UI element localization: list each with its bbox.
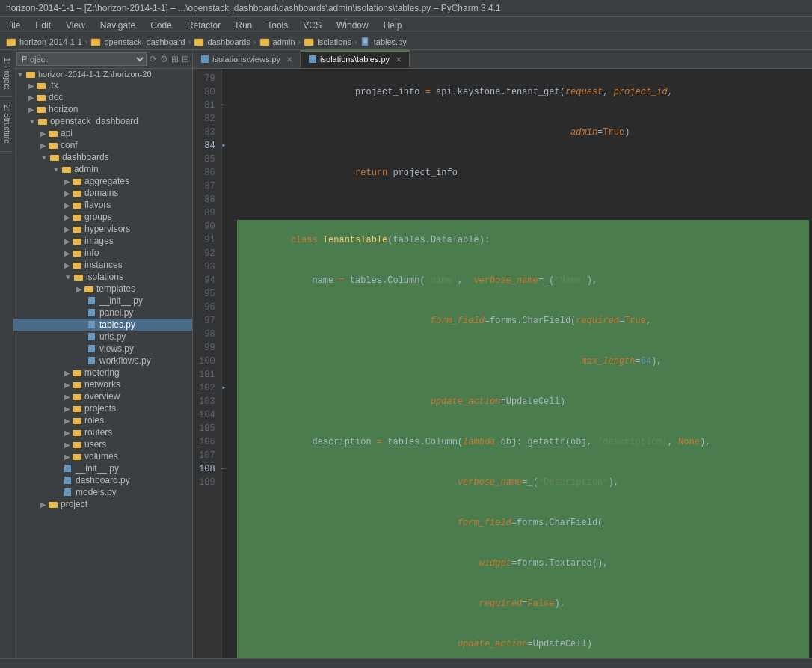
tree-conf[interactable]: ▶ conf bbox=[13, 139, 192, 151]
tree-users[interactable]: ▶ users bbox=[13, 438, 192, 450]
menu-help[interactable]: Help bbox=[381, 19, 405, 32]
tree-dashboards[interactable]: ▼ dashboards bbox=[13, 151, 192, 163]
svg-rect-33 bbox=[88, 345, 95, 352]
collapse-icon[interactable]: ⊟ bbox=[182, 54, 189, 64]
tree-tables-py[interactable]: tables.py bbox=[13, 319, 192, 331]
tab-views[interactable]: isolations\views.py ✕ bbox=[193, 50, 301, 68]
tree-templates[interactable]: ▶ templates bbox=[13, 283, 192, 295]
tree-groups[interactable]: ▶ groups bbox=[13, 211, 192, 223]
tree-roles[interactable]: ▶ roles bbox=[13, 414, 192, 426]
tx-arrow: ▶ bbox=[28, 82, 34, 90]
overview-folder-icon bbox=[72, 392, 82, 401]
tree-init-py[interactable]: __init__.py bbox=[13, 295, 192, 307]
tree-networks[interactable]: ▶ networks bbox=[13, 379, 192, 390]
ln-95: 95 bbox=[193, 287, 221, 301]
menu-tools[interactable]: Tools bbox=[264, 19, 291, 32]
breadcrumb-openstack[interactable]: openstack_dashboard bbox=[104, 37, 185, 46]
tree-projects[interactable]: ▶ projects bbox=[13, 402, 192, 414]
menu-navigate[interactable]: Navigate bbox=[97, 19, 138, 32]
roles-label: roles bbox=[84, 415, 104, 426]
networks-folder-icon bbox=[72, 380, 82, 389]
gutter: ← ▸ ▸ bbox=[222, 69, 234, 658]
tab-tables[interactable]: isolations\tables.py ✕ bbox=[301, 50, 410, 68]
tree-hypervisors[interactable]: ▶ hypervisors bbox=[13, 223, 192, 235]
ln-91: 91 bbox=[193, 233, 221, 247]
tree-instances[interactable]: ▶ instances bbox=[13, 259, 192, 271]
tree-images[interactable]: ▶ images bbox=[13, 235, 192, 247]
ln-90: 90 bbox=[193, 220, 221, 233]
breadcrumb-root[interactable]: horizon-2014-1-1 bbox=[19, 37, 82, 46]
svg-rect-12 bbox=[37, 95, 46, 101]
tab-tables-close[interactable]: ✕ bbox=[396, 55, 402, 64]
code-container[interactable]: 79 80 81 82 83 84 85 86 87 88 89 90 91 9… bbox=[193, 69, 812, 658]
volumes-label: volumes bbox=[84, 451, 118, 462]
code-line-80: admin=True) bbox=[237, 112, 809, 153]
tree-root[interactable]: ▼ horizon-2014-1-1 Z:\horizon-20 bbox=[13, 69, 192, 79]
project-selector[interactable]: Project bbox=[16, 52, 147, 66]
tree-flavors[interactable]: ▶ flavors bbox=[13, 199, 192, 211]
networks-label: networks bbox=[84, 379, 120, 390]
svg-rect-41 bbox=[73, 442, 81, 448]
tree-openstack[interactable]: ▼ openstack_dashboard bbox=[13, 115, 192, 127]
api-folder-icon bbox=[48, 129, 58, 138]
svg-rect-30 bbox=[88, 309, 95, 316]
doc-folder-icon bbox=[36, 93, 46, 102]
openstack-label: openstack_dashboard bbox=[50, 116, 138, 126]
svg-rect-40 bbox=[73, 430, 81, 436]
tree-dashboard-py[interactable]: dashboard.py bbox=[13, 474, 192, 486]
tree-panel-py[interactable]: panel.py bbox=[13, 307, 192, 319]
tree-domains[interactable]: ▶ domains bbox=[13, 187, 192, 199]
menu-vcs[interactable]: VCS bbox=[300, 19, 325, 32]
tree-doc[interactable]: ▶ doc bbox=[13, 91, 192, 103]
panel-tab-2[interactable]: 2: Structure bbox=[0, 97, 13, 152]
gear-icon[interactable]: ⚙ bbox=[160, 54, 168, 64]
menu-view[interactable]: View bbox=[63, 19, 88, 32]
ln-84: 84 bbox=[193, 139, 221, 153]
tab-views-close[interactable]: ✕ bbox=[286, 55, 292, 64]
breadcrumb-isolations[interactable]: isolations bbox=[317, 37, 351, 46]
tree-metering[interactable]: ▶ metering bbox=[13, 367, 192, 379]
tree-info[interactable]: ▶ info bbox=[13, 247, 192, 259]
breadcrumb-file[interactable]: tables.py bbox=[374, 37, 407, 46]
breadcrumb-dashboards[interactable]: dashboards bbox=[207, 37, 250, 46]
menu-edit[interactable]: Edit bbox=[32, 19, 54, 32]
code-line-94: update_action=UpdateCell) bbox=[237, 624, 809, 658]
doc-arrow: ▶ bbox=[28, 94, 34, 102]
menu-file[interactable]: File bbox=[3, 19, 23, 32]
sync-icon[interactable]: ⟳ bbox=[150, 54, 157, 64]
menu-code[interactable]: Code bbox=[147, 19, 175, 32]
ln-106: 106 bbox=[193, 435, 221, 449]
tables-tab-icon bbox=[308, 55, 317, 64]
tree-views-py[interactable]: views.py bbox=[13, 343, 192, 355]
dash-init-icon bbox=[63, 464, 73, 473]
tree-admin[interactable]: ▼ admin bbox=[13, 163, 192, 175]
tree-isolations[interactable]: ▼ isolations bbox=[13, 271, 192, 283]
images-arrow: ▶ bbox=[64, 237, 70, 245]
expand-icon[interactable]: ⊞ bbox=[171, 54, 179, 64]
tree-project[interactable]: ▶ project bbox=[13, 498, 192, 510]
panel-tab-1[interactable]: 1: Project bbox=[0, 50, 13, 97]
tree-overview[interactable]: ▶ overview bbox=[13, 390, 192, 402]
openstack-folder-icon bbox=[37, 117, 48, 126]
volumes-folder-icon bbox=[72, 452, 82, 461]
svg-rect-25 bbox=[73, 251, 81, 257]
tree-routers[interactable]: ▶ routers bbox=[13, 426, 192, 438]
menu-refactor[interactable]: Refactor bbox=[184, 19, 224, 32]
menu-window[interactable]: Window bbox=[333, 19, 372, 32]
metering-label: metering bbox=[84, 367, 120, 378]
tree-volumes[interactable]: ▶ volumes bbox=[13, 450, 192, 462]
menu-run[interactable]: Run bbox=[233, 19, 255, 32]
tree-workflows-py[interactable]: workflows.py bbox=[13, 355, 192, 367]
breadcrumb-admin[interactable]: admin bbox=[273, 37, 295, 46]
tree-models-py[interactable]: models.py bbox=[13, 486, 192, 498]
tree-tx[interactable]: ▶ .tx bbox=[13, 79, 192, 91]
tree-dash-init[interactable]: __init__.py bbox=[13, 462, 192, 474]
projects-label: projects bbox=[84, 403, 116, 414]
code-lines[interactable]: project_info = api.keystone.tenant_get(r… bbox=[234, 69, 812, 658]
svg-rect-39 bbox=[73, 418, 81, 424]
tree-urls-py[interactable]: urls.py bbox=[13, 331, 192, 343]
root-folder-icon bbox=[25, 70, 36, 79]
tree-aggregates[interactable]: ▶ aggregates bbox=[13, 175, 192, 187]
tree-api[interactable]: ▶ api bbox=[13, 127, 192, 139]
tree-horizon[interactable]: ▶ horizon bbox=[13, 103, 192, 115]
